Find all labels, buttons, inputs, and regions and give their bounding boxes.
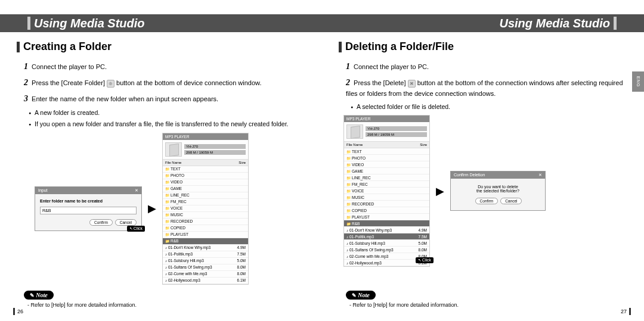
- step-num: 3: [24, 94, 28, 103]
- list-item[interactable]: ♪01-Sultans Of Swing.mp38.0M: [163, 264, 248, 271]
- list-item[interactable]: 📁COPIED: [163, 225, 248, 232]
- step-text: Enter the name of the new folder when an…: [32, 95, 218, 102]
- list-item[interactable]: 📁PLAYLIST: [344, 214, 429, 220]
- cancel-button[interactable]: Cancel: [500, 198, 522, 204]
- list-item[interactable]: ♪01-Don't Know Why.mp34.9M: [163, 245, 248, 251]
- dialog-title: Input: [38, 188, 48, 193]
- step-3: 3 Enter the name of the new folder when …: [24, 92, 305, 105]
- list-item[interactable]: 📁PHOTO: [163, 173, 248, 179]
- list-item[interactable]: 📁MUSIC: [163, 212, 248, 219]
- cancel-button[interactable]: Cancel: [115, 219, 137, 226]
- confirm-dialog: Confirm Deletion ✕ Do you want to delete…: [450, 171, 546, 211]
- list-item[interactable]: 📁FM_REC: [163, 199, 248, 205]
- click-badge: Click: [127, 226, 145, 232]
- steps-right: 1 Connect the player to PC. 2 Press the …: [339, 60, 627, 111]
- device-row: YH-J70 298 M / 19059 M: [163, 140, 248, 160]
- close-icon[interactable]: ✕: [538, 173, 542, 177]
- list-item[interactable]: 📁FM_REC: [344, 181, 429, 188]
- col-size: Size: [420, 143, 427, 147]
- dialog-label: Enter folder name to be created: [40, 199, 137, 203]
- section-title-row: Creating a Folder: [17, 40, 305, 53]
- section-title-row: Deleting a Folder/File: [339, 40, 627, 53]
- step-num: 2: [24, 78, 28, 87]
- confirm-button[interactable]: Confirm: [475, 198, 499, 204]
- page-right: Using Media Studio ENG Deleting a Folder…: [322, 0, 644, 321]
- list-item[interactable]: 📁PLAYLIST: [163, 232, 248, 238]
- note-row-right: Note Refer to [Help] for more detailed i…: [346, 289, 620, 308]
- list-item[interactable]: ♪02-Hollywood.mp36.1M: [163, 278, 248, 284]
- device-capacity: 298 M / 19059 M: [366, 132, 427, 137]
- panel-title: MP3 PLAYER: [163, 133, 248, 140]
- step-num: 1: [24, 62, 28, 71]
- list-item[interactable]: 📁RECORDED: [344, 201, 429, 207]
- device-row: YH-J70 298 M / 19059 M: [344, 122, 429, 142]
- section-title-left: Creating a Folder: [23, 40, 112, 53]
- bullet-item: A selected folder or file is deleted.: [357, 102, 627, 112]
- list-item[interactable]: 📁LINE_REC: [163, 192, 248, 199]
- confirm-button[interactable]: Confirm: [89, 219, 113, 226]
- list-item[interactable]: 📁RECORDED: [163, 219, 248, 225]
- list-item[interactable]: 📁TEXT: [344, 148, 429, 155]
- device-name: YH-J70: [184, 144, 246, 149]
- list-item-selected[interactable]: ♪01-Politik.mp37.5M: [344, 233, 429, 240]
- list-item-selected[interactable]: 📁R&B: [344, 220, 429, 227]
- list-item[interactable]: 📁VOICE: [344, 188, 429, 194]
- col-name: File Name: [346, 143, 363, 147]
- bullets-right: A selected folder or file is deleted.: [346, 102, 627, 112]
- dialog-title: Confirm Deletion: [454, 173, 485, 177]
- list-item[interactable]: 📁VIDEO: [344, 161, 429, 168]
- dialog-title-bar: Confirm Deletion ✕: [451, 172, 545, 179]
- list-item[interactable]: 📁MUSIC: [344, 194, 429, 201]
- section-title-right: Deleting a Folder/File: [345, 40, 454, 53]
- panel-list-right: 📁TEXT📁PHOTO📁VIDEO📁GAME📁LINE_REC📁FM_REC📁V…: [344, 148, 429, 266]
- step-text: Connect the player to PC.: [32, 63, 107, 70]
- step-2: 2 Press the [Create Folder] ⊕ button at …: [24, 76, 305, 89]
- arrow-icon: ▶: [436, 185, 444, 198]
- bullet-item: If you open a new folder and transfer a …: [35, 120, 305, 129]
- step-text: Connect the player to PC.: [354, 63, 429, 70]
- illustration-left: Input ✕ Enter folder name to be created …: [17, 133, 305, 285]
- list-item[interactable]: 📁VIDEO: [163, 179, 248, 186]
- illustration-right: MP3 PLAYER YH-J70 298 M / 19059 M File N…: [339, 115, 627, 267]
- step-text-a: Press the [Delete]: [354, 79, 405, 86]
- steps-left: 1 Connect the player to PC. 2 Press the …: [17, 60, 305, 129]
- delete-icon: ✖: [408, 80, 416, 88]
- folder-name-input[interactable]: [40, 207, 137, 214]
- list-item[interactable]: 📁COPIED: [344, 207, 429, 214]
- panel-title: MP3 PLAYER: [344, 116, 429, 122]
- bullets-left: A new folder is created. If you open a n…: [24, 108, 305, 129]
- panel-columns: File Name Size: [344, 142, 429, 148]
- list-item[interactable]: ♪02-Come with Me.mp38.0M: [163, 271, 248, 278]
- device-name: YH-J70: [366, 126, 427, 131]
- list-item[interactable]: 📁PHOTO: [344, 155, 429, 161]
- header-title-left: Using Media Studio: [34, 17, 145, 30]
- list-item-selected[interactable]: 📁R&B: [163, 238, 248, 245]
- list-item[interactable]: 📁VOICE: [163, 205, 248, 212]
- col-name: File Name: [165, 161, 181, 164]
- list-item[interactable]: ♪01-Politik.mp37.5M: [163, 251, 248, 258]
- section-mark: [339, 42, 342, 52]
- create-folder-icon: ⊕: [107, 80, 114, 88]
- header-bar-left: Using Media Studio: [0, 14, 322, 32]
- list-item[interactable]: ♪01-Solsbury Hill.mp35.0M: [163, 258, 248, 264]
- header-mark: [27, 17, 30, 30]
- list-item[interactable]: 📁GAME: [344, 168, 429, 174]
- list-item[interactable]: ♪01-Don't Know Why.mp34.9M: [344, 227, 429, 233]
- list-item[interactable]: 📁TEXT: [163, 166, 248, 173]
- click-badge: Click: [416, 257, 434, 263]
- close-icon[interactable]: ✕: [135, 188, 138, 193]
- list-item[interactable]: 📁GAME: [163, 186, 248, 192]
- input-dialog: Input ✕ Enter folder name to be created …: [35, 186, 142, 231]
- header-title-right: Using Media Studio: [499, 17, 610, 30]
- list-item[interactable]: ♪01-Sultans Of Swing.mp38.0M: [344, 247, 429, 253]
- page-number-left: 26: [13, 308, 23, 315]
- page-number-right: 27: [621, 308, 631, 315]
- step-1: 1 Connect the player to PC.: [346, 60, 627, 73]
- list-item[interactable]: 📁LINE_REC: [344, 174, 429, 181]
- device-icon: [346, 124, 363, 139]
- panel-list-left: 📁TEXT📁PHOTO📁VIDEO📁GAME📁LINE_REC📁FM_REC📁V…: [163, 166, 248, 284]
- panel-columns: File Name Size: [163, 160, 248, 166]
- note-badge: Note: [346, 291, 376, 300]
- list-item[interactable]: ♪01-Solsbury Hill.mp35.0M: [344, 240, 429, 247]
- note-badge: Note: [24, 291, 54, 300]
